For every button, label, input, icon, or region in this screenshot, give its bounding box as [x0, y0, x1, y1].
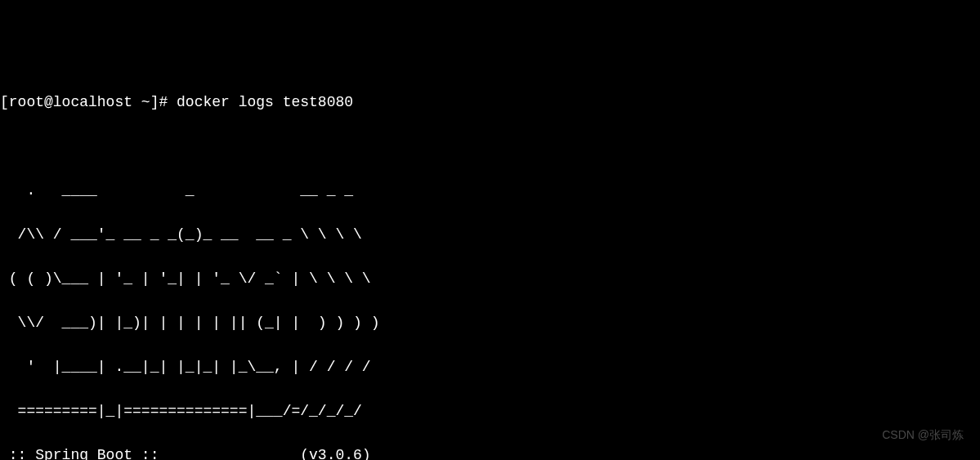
spring-banner-line6: =========|_|==============|___/=/_/_/_/: [0, 400, 980, 422]
spring-boot-title: :: Spring Boot :: (v3.0.6): [0, 444, 980, 460]
spring-banner-line1: . ____ _ __ _ _: [0, 180, 980, 202]
spring-banner-line5: ' |____| .__|_| |_|_| |_\__, | / / / /: [0, 356, 980, 378]
spring-banner-line3: ( ( )\___ | '_ | '_| | '_ \/ _` | \ \ \ …: [0, 268, 980, 290]
spring-banner-line4: \\/ ___)| |_)| | | | | || (_| | ) ) ) ): [0, 312, 980, 334]
blank-line: [0, 136, 980, 158]
command-prompt: [root@localhost ~]# docker logs test8080: [0, 92, 980, 114]
watermark: CSDN @张司炼: [882, 427, 964, 444]
spring-banner-line2: /\\ / ___'_ __ _ _(_)_ __ __ _ \ \ \ \: [0, 224, 980, 246]
